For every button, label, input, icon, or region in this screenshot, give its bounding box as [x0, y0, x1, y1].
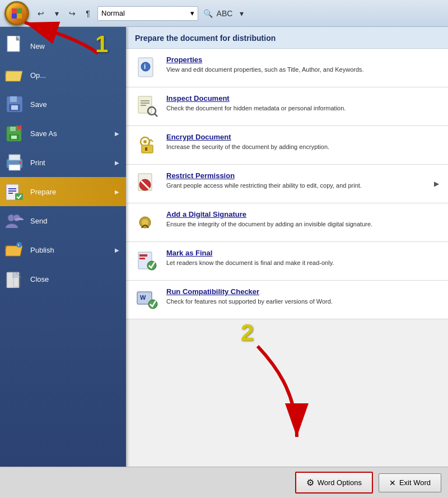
sidebar-item-prepare-label: Prepare — [30, 188, 109, 196]
svg-rect-15 — [11, 136, 17, 139]
svg-line-42 — [155, 114, 157, 117]
exit-icon: ✕ — [389, 478, 396, 487]
signature-icon — [135, 210, 160, 235]
svg-rect-11 — [11, 105, 18, 110]
close-menu-icon — [4, 269, 25, 289]
sidebar-item-save-as-label: Save As — [30, 129, 109, 138]
sidebar-item-open[interactable]: Op... — [0, 60, 126, 90]
svg-rect-20 — [9, 165, 20, 170]
prepare-icon — [4, 181, 25, 202]
undo-button[interactable]: ↩ — [34, 6, 48, 21]
undo-dropdown[interactable]: ▾ — [49, 6, 64, 21]
exit-word-label: Exit Word — [399, 478, 431, 487]
prepare-item-final[interactable]: Mark as Final Let readers know the docum… — [126, 242, 448, 281]
save-as-arrow: ▶ — [115, 131, 119, 137]
prepare-item-compatibility[interactable]: W Run Compatibility Checker Check for fe… — [126, 281, 448, 319]
save-icon — [4, 94, 25, 114]
svg-rect-19 — [9, 155, 20, 160]
encrypt-icon — [135, 133, 160, 157]
prepare-item-encrypt[interactable]: Encrypt Document Increase the security o… — [126, 126, 448, 165]
restrict-icon — [135, 171, 160, 196]
word-options-icon: ⚙ — [306, 477, 314, 488]
save-as-icon — [4, 123, 25, 143]
svg-text:W: W — [140, 294, 146, 301]
prepare-panel: Prepare the document for distribution i … — [126, 27, 448, 498]
office-logo — [9, 6, 25, 21]
sidebar-item-close[interactable]: Close — [0, 264, 126, 294]
toolbar-more[interactable]: ▾ — [234, 6, 249, 21]
svg-text:i: i — [144, 63, 146, 71]
toolbar-icon-1[interactable]: 🔍 — [200, 6, 215, 21]
restrict-arrow: ▶ — [434, 180, 439, 188]
svg-rect-1 — [17, 8, 22, 13]
svg-point-30 — [16, 242, 22, 248]
sidebar-item-publish-label: Publish — [30, 246, 109, 254]
properties-icon: i — [135, 55, 160, 80]
toolbar: ↩ ▾ ↪ ¶ Normal ▾ 🔍 ABC ▾ — [0, 0, 448, 27]
toolbar-icon-2[interactable]: ABC — [217, 6, 232, 21]
sidebar-item-print[interactable]: Print ▶ — [0, 148, 126, 177]
redo-button[interactable]: ↪ — [65, 6, 80, 21]
panel-header: Prepare the document for distribution — [126, 27, 448, 49]
svg-rect-2 — [12, 13, 17, 18]
final-text: Mark as Final Let readers know the docum… — [166, 249, 439, 267]
sidebar: New Op... Save — [0, 27, 126, 498]
exit-word-button[interactable]: ✕ Exit Word — [379, 473, 441, 492]
inspect-text: Inspect Document Check the document for … — [166, 94, 439, 113]
encrypt-text: Encrypt Document Increase the security o… — [166, 133, 439, 151]
quick-access-toolbar: ↩ ▾ ↪ ¶ — [34, 6, 95, 21]
inspect-icon — [135, 94, 160, 119]
sidebar-item-open-label: Op... — [30, 71, 119, 80]
sidebar-item-save-label: Save — [30, 100, 119, 109]
sidebar-item-new-label: New — [30, 42, 119, 50]
svg-rect-0 — [12, 8, 17, 13]
sidebar-item-close-label: Close — [30, 275, 119, 283]
compatibility-text: Run Compatibility Checker Check for feat… — [166, 287, 439, 306]
send-icon — [4, 211, 25, 231]
panel-content: i Properties View and edit document prop… — [126, 49, 448, 467]
office-button[interactable] — [4, 1, 29, 26]
sidebar-item-send-label: Send — [30, 217, 119, 225]
new-icon — [4, 36, 25, 56]
prepare-item-signature[interactable]: Add a Digital Signature Ensure the integ… — [126, 203, 448, 242]
svg-point-21 — [19, 161, 21, 164]
prepare-item-properties[interactable]: i Properties View and edit document prop… — [126, 49, 448, 87]
style-dropdown[interactable]: Normal ▾ — [97, 6, 198, 21]
svg-rect-9 — [10, 96, 17, 102]
sidebar-item-save[interactable]: Save — [0, 90, 126, 119]
signature-text: Add a Digital Signature Ensure the integ… — [166, 210, 439, 229]
svg-rect-37 — [138, 96, 152, 113]
compatibility-icon: W — [135, 287, 160, 312]
print-icon — [4, 152, 25, 173]
sidebar-item-publish[interactable]: i Publish ▶ — [0, 235, 126, 264]
properties-text: Properties View and edit document proper… — [166, 55, 439, 74]
paragraph-mark-button[interactable]: ¶ — [81, 6, 95, 21]
prepare-arrow: ▶ — [115, 189, 119, 195]
sidebar-item-new[interactable]: New — [0, 31, 126, 60]
open-icon — [4, 65, 25, 85]
prepare-item-restrict[interactable]: Restrict Permission Grant people access … — [126, 165, 448, 203]
sidebar-item-prepare[interactable]: Prepare ▶ — [0, 177, 126, 206]
dropdown-arrow: ▾ — [190, 9, 194, 17]
svg-rect-13 — [10, 127, 16, 131]
sidebar-item-print-label: Print — [30, 159, 109, 167]
svg-line-48 — [151, 139, 153, 142]
style-name: Normal — [101, 9, 125, 17]
svg-rect-26 — [15, 193, 23, 200]
bottom-bar: ⚙ Word Options ✕ Exit Word — [0, 467, 448, 498]
word-options-label: Word Options — [318, 478, 362, 487]
prepare-item-inspect[interactable]: Inspect Document Check the document for … — [126, 87, 448, 126]
sidebar-item-save-as[interactable]: Save As ▶ — [0, 119, 126, 148]
publish-arrow: ▶ — [115, 247, 119, 253]
main-area: New Op... Save — [0, 27, 448, 498]
publish-icon: i — [4, 240, 25, 260]
svg-rect-3 — [17, 13, 22, 18]
svg-rect-55 — [139, 254, 147, 257]
print-arrow: ▶ — [115, 160, 119, 166]
word-options-button[interactable]: ⚙ Word Options — [295, 472, 373, 494]
svg-rect-56 — [139, 258, 145, 259]
sidebar-item-send[interactable]: Send — [0, 206, 126, 235]
svg-point-46 — [143, 140, 147, 143]
final-icon — [135, 249, 160, 273]
restrict-text: Restrict Permission Grant people access … — [166, 171, 427, 190]
